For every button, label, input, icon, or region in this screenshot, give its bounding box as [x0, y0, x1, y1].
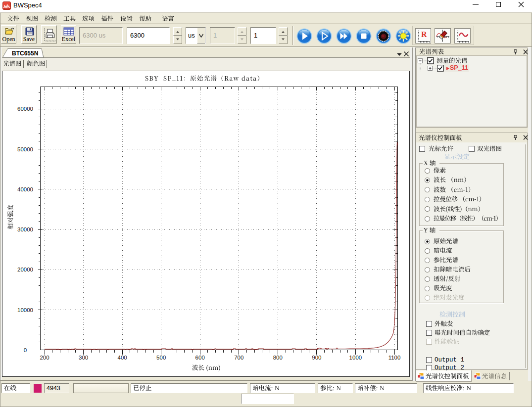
svg-text:10000: 10000 — [17, 307, 33, 313]
svg-text:0: 0 — [24, 347, 27, 353]
svg-text:500: 500 — [156, 355, 166, 361]
svg-text:700: 700 — [234, 355, 243, 361]
svg-text:1100: 1100 — [388, 355, 401, 361]
svg-text:400: 400 — [118, 355, 127, 361]
svg-text:20000: 20000 — [17, 267, 33, 272]
svg-text:200: 200 — [40, 355, 49, 361]
svg-text:30000: 30000 — [17, 226, 33, 232]
svg-text:900: 900 — [312, 355, 321, 361]
svg-text:50000: 50000 — [17, 146, 33, 152]
svg-text:800: 800 — [273, 355, 283, 361]
svg-text:1000: 1000 — [349, 355, 362, 361]
svg-text:60000: 60000 — [17, 106, 33, 112]
svg-text:300: 300 — [79, 355, 88, 361]
svg-text:40000: 40000 — [17, 186, 33, 192]
svg-text:600: 600 — [195, 355, 205, 361]
